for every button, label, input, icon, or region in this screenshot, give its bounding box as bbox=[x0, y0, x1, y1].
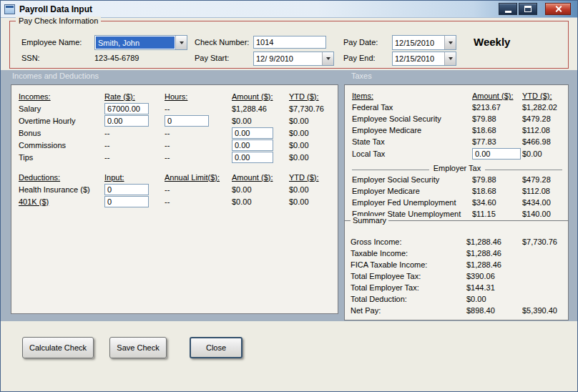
ytd-col-header: YTD ($): bbox=[289, 92, 319, 101]
incomes-header-row: Incomes: Rate ($): Hours: Amount ($): YT… bbox=[19, 90, 338, 102]
titlebar[interactable]: Payroll Data Input bbox=[1, 1, 577, 18]
summary-row-total-deduction: Total Deduction: $0.00 bbox=[351, 293, 568, 305]
pay-date-picker[interactable]: 12/15/2010 bbox=[392, 35, 456, 50]
local-tax-input[interactable] bbox=[472, 148, 521, 160]
ytd-value: $434.00 bbox=[522, 198, 551, 207]
tax-row-employer-medicare: Employer Medicare $18.68 $112.08 bbox=[352, 185, 568, 197]
salary-rate-input[interactable] bbox=[104, 103, 149, 114]
ssn-value: 123-45-6789 bbox=[94, 54, 139, 62]
window-controls bbox=[499, 3, 574, 15]
pay-start-label: Pay Start: bbox=[195, 54, 229, 62]
rate-value: -- bbox=[104, 153, 109, 162]
summary-row-fica: FICA Taxable Income: $1,288.46 bbox=[351, 259, 568, 270]
employee-name-value: Smith, John bbox=[96, 36, 175, 49]
amount-value: $34.60 bbox=[472, 198, 496, 207]
amount-value: $79.88 bbox=[472, 175, 496, 184]
deductions-header-row: Deductions: Input: Annual Limit($): Amou… bbox=[19, 171, 338, 183]
tax-row-employee-medicare: Employee Medicare $18.68 $112.08 bbox=[352, 124, 568, 136]
rate-value: -- bbox=[104, 141, 109, 150]
employee-name-combobox[interactable]: Smith, John bbox=[94, 35, 187, 50]
summary-row-total-employee-tax: Total Employee Tax: $390.06 bbox=[351, 270, 568, 282]
hours-col-header: Hours: bbox=[165, 92, 187, 101]
tips-amount-input[interactable] bbox=[232, 152, 273, 163]
dropdown-arrow-icon[interactable] bbox=[175, 36, 187, 49]
401k-input[interactable] bbox=[104, 196, 149, 207]
amount-value: $898.40 bbox=[466, 306, 495, 315]
tax-label: State Tax bbox=[352, 137, 385, 146]
ytd-value: $1,282.02 bbox=[522, 103, 557, 112]
dropdown-arrow-icon[interactable] bbox=[444, 52, 456, 65]
tax-label: Federal Tax bbox=[352, 103, 393, 112]
amount-value: $77.83 bbox=[472, 137, 496, 146]
summary-label-text: Taxable Income: bbox=[351, 249, 408, 258]
summary-label-text: Total Employee Tax: bbox=[351, 272, 421, 280]
pay-date-label: Pay Date: bbox=[343, 38, 378, 46]
tax-row-federal: Federal Tax $213.67 $1,282.02 bbox=[352, 102, 568, 113]
check-number-label: Check Number: bbox=[195, 38, 249, 46]
summary-row-net-pay: Net Pay: $898.40 $5,390.40 bbox=[351, 305, 568, 316]
paycheck-group-label: Pay Check Information bbox=[16, 16, 101, 25]
commissions-amount-input[interactable] bbox=[232, 139, 273, 151]
payroll-window: Payroll Data Input Pay Check Information… bbox=[0, 0, 578, 392]
taxes-header-row: Items: Amount ($): YTD ($): bbox=[352, 90, 568, 102]
limit-value: -- bbox=[165, 185, 170, 194]
summary-label-text: Gross Income: bbox=[351, 237, 402, 246]
pay-date-value: 12/15/2010 bbox=[393, 36, 444, 49]
hours-value: -- bbox=[165, 141, 170, 150]
tax-row-local: Local Tax $0.00 bbox=[352, 147, 568, 160]
window-title: Payroll Data Input bbox=[19, 4, 92, 14]
summary-row-gross: Gross Income: $1,288.46 $7,730.76 bbox=[351, 236, 568, 248]
amount-value: $1,288.46 bbox=[466, 237, 501, 246]
amount-value: $0.00 bbox=[232, 117, 252, 125]
ytd-value: $479.28 bbox=[522, 114, 551, 123]
calculate-check-button[interactable]: Calculate Check bbox=[22, 337, 94, 358]
amount-value: $390.06 bbox=[466, 272, 495, 280]
close-button[interactable] bbox=[545, 3, 571, 15]
tax-label: Employer Medicare bbox=[352, 187, 420, 195]
amount-value: $1,288.46 bbox=[466, 249, 501, 258]
dropdown-arrow-icon[interactable] bbox=[322, 52, 333, 65]
dropdown-arrow-icon[interactable] bbox=[444, 36, 456, 49]
minimize-button[interactable] bbox=[499, 3, 517, 15]
income-label: Overtime Hourly bbox=[19, 117, 75, 125]
income-label: Bonus bbox=[19, 129, 41, 137]
ytd-value: $140.00 bbox=[522, 210, 551, 218]
taxes-panel: Items: Amount ($): YTD ($): Federal Tax … bbox=[344, 84, 569, 221]
app-icon bbox=[4, 4, 15, 14]
overtime-hours-input[interactable] bbox=[165, 115, 209, 127]
deduction-401k-link[interactable]: 401K ($) bbox=[19, 197, 49, 206]
summary-label-text: FICA Taxable Income: bbox=[351, 260, 427, 269]
pay-end-value: 12/15/2010 bbox=[393, 52, 444, 65]
deduction-row-health-insurance: Health Insurance ($) -- $0.00 $0.00 bbox=[19, 183, 338, 195]
deduction-row-401k: 401K ($) -- $0.00 $0.00 bbox=[19, 195, 338, 207]
bonus-amount-input[interactable] bbox=[232, 127, 273, 139]
paycheck-info-group: Pay Check Information Employee Name: Smi… bbox=[9, 21, 569, 69]
overtime-rate-input[interactable] bbox=[104, 115, 149, 127]
ytd-value: $0.00 bbox=[289, 153, 309, 162]
pay-end-picker[interactable]: 12/15/2010 bbox=[392, 52, 456, 66]
amount-col-header: Amount ($): bbox=[232, 92, 273, 101]
check-number-input[interactable] bbox=[253, 36, 326, 49]
health-insurance-input[interactable] bbox=[104, 184, 149, 195]
hours-value: -- bbox=[165, 129, 170, 137]
ytd-col-header: YTD ($): bbox=[522, 92, 552, 100]
pay-start-picker[interactable]: 12/ 9/2010 bbox=[253, 52, 334, 66]
tax-label: Employee Social Security bbox=[352, 114, 441, 123]
hours-value: -- bbox=[165, 104, 170, 113]
ytd-value: $112.08 bbox=[522, 187, 550, 195]
summary-label-text: Net Pay: bbox=[351, 306, 381, 315]
employee-name-label: Employee Name: bbox=[21, 38, 82, 46]
close-form-button[interactable]: Close bbox=[190, 337, 243, 358]
amount-value: $213.67 bbox=[472, 103, 501, 112]
ytd-value: $0.00 bbox=[522, 150, 542, 158]
summary-label-text: Total Deduction: bbox=[351, 295, 407, 303]
ytd-value: $7,730.76 bbox=[522, 237, 557, 246]
tax-row-employee-ss: Employee Social Security $79.88 $479.28 bbox=[352, 113, 568, 124]
maximize-button[interactable] bbox=[519, 3, 537, 15]
amount-value: $11.15 bbox=[472, 210, 496, 218]
amount-value: $1,288.46 bbox=[466, 260, 501, 269]
ytd-value: $112.08 bbox=[522, 126, 550, 134]
income-label: Salary bbox=[19, 104, 41, 113]
save-check-button[interactable]: Save Check bbox=[109, 337, 167, 358]
income-label: Commissions bbox=[19, 141, 66, 150]
